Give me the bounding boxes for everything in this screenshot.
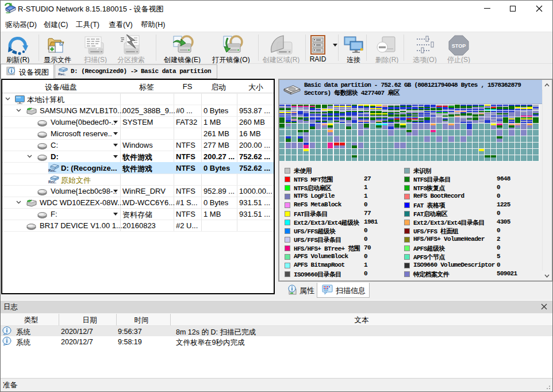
- svg-text:Rec.: Rec.: [48, 180, 56, 184]
- svg-text:Rec.: Rec.: [58, 72, 66, 76]
- svg-text:STOP: STOP: [452, 43, 466, 49]
- svg-text:Rec.: Rec.: [48, 168, 56, 172]
